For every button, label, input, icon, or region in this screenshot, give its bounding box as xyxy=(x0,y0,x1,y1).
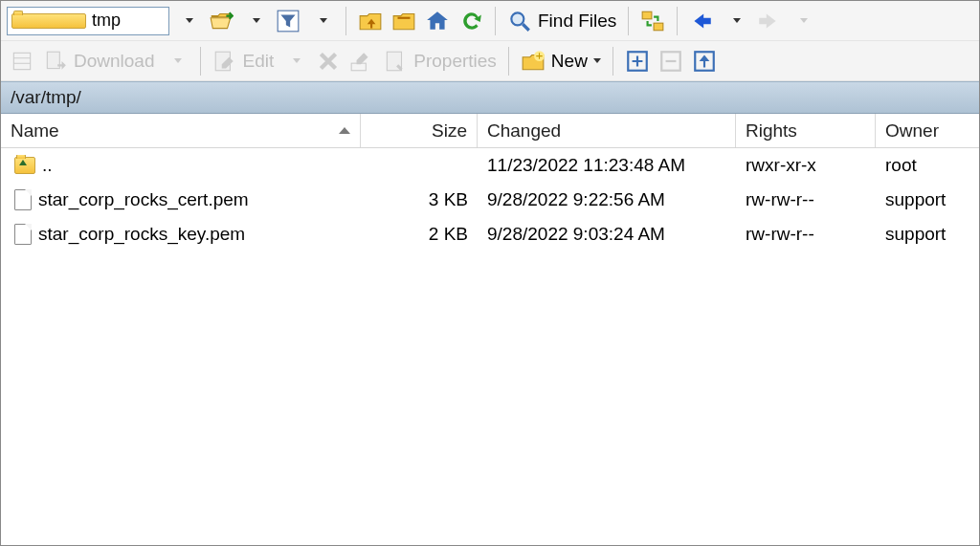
collapse-button xyxy=(656,46,686,76)
root-folder-icon xyxy=(391,9,416,33)
new-label: New xyxy=(551,51,588,72)
filter-button[interactable] xyxy=(273,6,303,36)
svg-rect-2 xyxy=(643,11,653,19)
open-folder-button[interactable] xyxy=(206,6,236,36)
parent-folder-icon xyxy=(14,157,35,174)
root-folder-button[interactable] xyxy=(389,6,419,36)
file-owner: root xyxy=(876,155,979,176)
new-button[interactable]: New xyxy=(518,46,604,76)
sort-asc-icon xyxy=(339,127,350,134)
address-dropdown-button[interactable] xyxy=(172,6,203,36)
arrow-right-icon xyxy=(756,9,781,33)
separator xyxy=(495,7,496,35)
file-size: 2 KB xyxy=(361,224,478,245)
filter-icon xyxy=(276,9,301,33)
back-dropdown[interactable] xyxy=(720,6,750,36)
sync-browse-button[interactable] xyxy=(637,6,668,36)
address-label: tmp xyxy=(92,11,165,31)
file-name: star_corp_rocks_cert.pem xyxy=(38,189,249,210)
edit-icon xyxy=(212,49,237,74)
separator xyxy=(508,47,509,76)
file-rights: rw-rw-r-- xyxy=(736,224,876,245)
refresh-button[interactable] xyxy=(456,6,486,36)
file-owner: support xyxy=(876,189,979,210)
file-icon xyxy=(14,189,32,210)
plus-box-icon xyxy=(625,49,650,74)
select-all-button[interactable] xyxy=(689,46,720,76)
queue-icon xyxy=(10,49,34,74)
file-name: .. xyxy=(42,155,53,176)
edit-dropdown xyxy=(279,46,310,76)
svg-rect-4 xyxy=(13,53,30,69)
forward-button xyxy=(753,6,784,36)
delete-icon xyxy=(316,49,341,74)
path-bar[interactable]: /var/tmp/ xyxy=(1,81,979,114)
column-header-changed[interactable]: Changed xyxy=(478,114,736,147)
properties-button: Properties xyxy=(380,46,500,76)
svg-rect-7 xyxy=(351,63,366,71)
download-dropdown xyxy=(161,46,191,76)
separator xyxy=(612,47,613,76)
find-files-label: Find Files xyxy=(538,11,616,32)
new-folder-icon xyxy=(521,49,546,74)
address-box[interactable]: tmp xyxy=(7,7,169,35)
folder-icon xyxy=(11,13,86,29)
file-rights: rwxr-xr-x xyxy=(736,155,876,176)
file-rights: rw-rw-r-- xyxy=(736,189,876,210)
expand-button[interactable] xyxy=(622,46,653,76)
file-name: star_corp_rocks_key.pem xyxy=(38,224,245,245)
minus-box-icon xyxy=(658,49,683,74)
select-all-icon xyxy=(692,49,717,74)
properties-label: Properties xyxy=(413,51,497,72)
column-header-changed-label: Changed xyxy=(487,120,561,142)
file-owner: support xyxy=(876,224,979,245)
open-folder-dropdown[interactable] xyxy=(239,6,270,36)
rename-button xyxy=(346,46,377,76)
sync-browse-icon xyxy=(640,9,665,33)
file-size: 3 KB xyxy=(361,189,478,210)
column-header-size[interactable]: Size xyxy=(361,114,478,147)
download-label: Download xyxy=(74,51,155,72)
back-button[interactable] xyxy=(686,6,717,36)
file-changed: 9/28/2022 9:22:56 AM xyxy=(478,189,736,210)
search-icon xyxy=(507,9,532,33)
file-changed: 9/28/2022 9:03:24 AM xyxy=(478,224,736,245)
columns-header: Name Size Changed Rights Owner xyxy=(1,114,979,148)
column-header-name-label: Name xyxy=(11,120,59,142)
column-header-rights[interactable]: Rights xyxy=(736,114,876,147)
column-header-rights-label: Rights xyxy=(746,120,797,142)
refresh-icon xyxy=(458,9,483,33)
column-header-owner[interactable]: Owner xyxy=(876,114,979,147)
file-pane: Name Size Changed Rights Owner ..11/23/2… xyxy=(1,114,979,545)
file-icon xyxy=(14,224,32,245)
toolbar-top: tmp xyxy=(1,1,979,41)
path-text: /var/tmp/ xyxy=(11,87,81,108)
file-row[interactable]: ..11/23/2022 11:23:48 AMrwxr-xr-xroot xyxy=(1,148,979,183)
parent-folder-button[interactable] xyxy=(355,6,386,36)
file-changed: 11/23/2022 11:23:48 AM xyxy=(478,155,736,176)
download-button: Download xyxy=(40,46,158,76)
separator xyxy=(628,7,629,35)
file-row[interactable]: star_corp_rocks_key.pem2 KB9/28/2022 9:0… xyxy=(1,217,979,251)
file-row[interactable]: star_corp_rocks_cert.pem3 KB9/28/2022 9:… xyxy=(1,183,979,217)
find-files-button[interactable]: Find Files xyxy=(504,6,619,36)
svg-point-1 xyxy=(511,12,523,25)
separator xyxy=(345,7,346,35)
arrow-left-icon xyxy=(689,9,714,33)
queue-button xyxy=(7,46,37,76)
separator xyxy=(677,7,678,35)
column-header-name[interactable]: Name xyxy=(1,114,361,147)
parent-folder-icon xyxy=(358,9,383,33)
edit-button: Edit xyxy=(210,46,278,76)
edit-label: Edit xyxy=(243,51,275,72)
column-header-owner-label: Owner xyxy=(885,120,939,142)
file-list: ..11/23/2022 11:23:48 AMrwxr-xr-xrootsta… xyxy=(1,148,979,251)
filter-dropdown[interactable] xyxy=(306,6,337,36)
file-manager-window: tmp xyxy=(0,0,980,546)
separator xyxy=(200,47,201,76)
delete-button xyxy=(313,46,344,76)
home-button[interactable] xyxy=(422,6,453,36)
rename-icon xyxy=(349,49,374,74)
home-icon xyxy=(425,9,450,33)
column-header-size-label: Size xyxy=(432,120,467,142)
